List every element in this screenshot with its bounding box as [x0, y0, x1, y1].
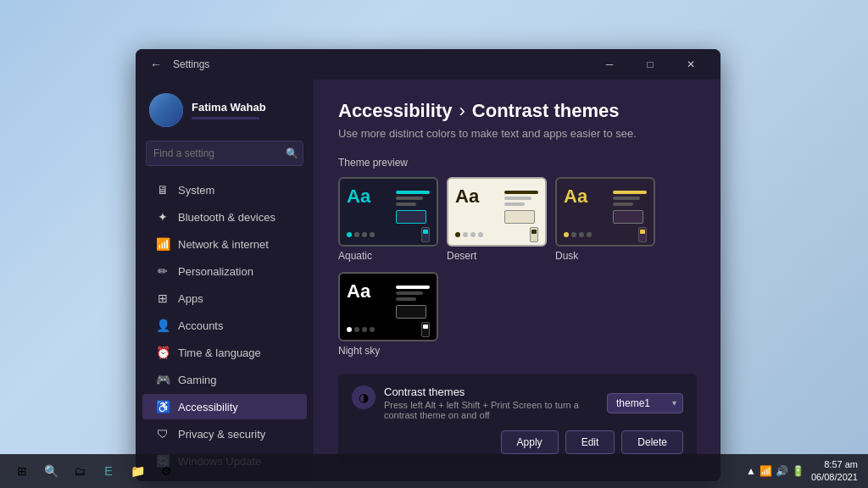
- theme-nightsky-name: Night sky: [338, 345, 380, 357]
- close-button[interactable]: ✕: [671, 49, 710, 80]
- delete-button[interactable]: Delete: [621, 430, 683, 454]
- avatar: [149, 93, 183, 127]
- network-tray-icon: 📶: [760, 465, 772, 477]
- edit-button[interactable]: Edit: [565, 430, 615, 454]
- user-section[interactable]: Fatima Wahab: [136, 86, 314, 141]
- sidebar-item-privacy[interactable]: 🛡 Privacy & security: [142, 421, 307, 446]
- apps-icon: ⊞: [156, 291, 170, 305]
- dusk-aa: Aa: [564, 186, 587, 208]
- theme-aquatic-name: Aquatic: [338, 250, 372, 262]
- search-input[interactable]: [153, 147, 281, 159]
- search-icon: 🔍: [286, 147, 298, 159]
- desktop: ← Settings ─ □ ✕: [0, 0, 868, 488]
- sidebar-item-label: Time & language: [178, 347, 261, 359]
- privacy-icon: 🛡: [156, 427, 170, 441]
- explorer-button[interactable]: 📁: [125, 459, 149, 483]
- breadcrumb: Accessibility › Contrast themes: [338, 100, 697, 122]
- accessibility-icon: ♿: [156, 400, 170, 413]
- contrast-title: Contrast themes: [384, 385, 607, 398]
- user-name: Fatima Wahab: [192, 101, 300, 114]
- sidebar-item-label: Accessibility: [178, 401, 238, 413]
- breadcrumb-separator: ›: [459, 100, 465, 122]
- theme-card-aquatic[interactable]: Aa: [338, 177, 438, 247]
- sidebar-item-network[interactable]: 📶 Network & internet: [142, 231, 307, 257]
- date-display: 06/08/2021: [811, 471, 858, 484]
- search-box[interactable]: 🔍: [146, 141, 303, 166]
- aquatic-aa: Aa: [347, 186, 370, 208]
- personalization-icon: ✏: [156, 264, 170, 278]
- sidebar-item-gaming[interactable]: 🎮 Gaming: [142, 367, 307, 392]
- page-description: Use more distinct colors to make text an…: [338, 127, 697, 140]
- title-bar: ← Settings ─ □ ✕: [136, 49, 721, 80]
- bluetooth-icon: ✦: [156, 210, 170, 224]
- contrast-description: Press left Alt + left Shift + Print Scre…: [384, 400, 607, 420]
- window-title: Settings: [173, 58, 209, 70]
- sidebar-item-label: Gaming: [178, 374, 217, 386]
- time-icon: ⏰: [156, 346, 170, 359]
- system-tray-icons: ▲ 📶 🔊 🔋: [746, 465, 804, 477]
- breadcrumb-parent: Accessibility: [338, 100, 453, 122]
- taskbar: ⊞ 🔍 🗂 E 📁 ⚙ ▲ 📶 🔊 🔋 8:57 am 06/08/2021: [0, 454, 868, 488]
- sidebar: Fatima Wahab 🔍 🖥 System ✦ Bluetooth & de…: [136, 80, 314, 481]
- minimize-button[interactable]: ─: [590, 49, 629, 80]
- sidebar-item-label: Bluetooth & devices: [178, 211, 275, 224]
- contrast-dropdown-wrapper[interactable]: theme1 None Aquatic Desert Dusk Night sk…: [607, 393, 683, 413]
- sidebar-item-label: Accounts: [178, 319, 223, 332]
- search-taskbar-button[interactable]: 🔍: [39, 459, 63, 483]
- settings-window: ← Settings ─ □ ✕: [136, 49, 721, 481]
- start-button[interactable]: ⊞: [10, 459, 34, 483]
- sidebar-item-label: Network & internet: [178, 238, 269, 251]
- theme-card-desert[interactable]: Aa: [447, 177, 547, 247]
- time-display: 8:57 am: [811, 458, 858, 471]
- desert-aa: Aa: [455, 186, 479, 208]
- taskbar-clock[interactable]: 8:57 am 06/08/2021: [811, 458, 858, 485]
- sidebar-item-apps[interactable]: ⊞ Apps: [142, 286, 307, 311]
- network-icon: 📶: [156, 237, 170, 251]
- apply-button[interactable]: Apply: [501, 430, 559, 454]
- breadcrumb-current: Contrast themes: [472, 100, 620, 122]
- settings-taskbar-button[interactable]: ⚙: [154, 459, 178, 483]
- maximize-button[interactable]: □: [631, 49, 670, 80]
- gaming-icon: 🎮: [156, 373, 170, 386]
- user-bar: [192, 117, 259, 119]
- accounts-icon: 👤: [156, 319, 170, 332]
- sidebar-item-time[interactable]: ⏰ Time & language: [142, 340, 307, 365]
- contrast-info: ◑ Contrast themes Press left Alt + left …: [352, 385, 607, 420]
- sidebar-item-label: Privacy & security: [178, 428, 265, 441]
- sidebar-item-accounts[interactable]: 👤 Accounts: [142, 313, 307, 338]
- back-button[interactable]: ←: [146, 54, 166, 75]
- nightsky-aa: Aa: [347, 280, 370, 302]
- contrast-theme-icon: ◑: [352, 385, 376, 409]
- sidebar-item-label: Apps: [178, 292, 203, 305]
- theme-preview-label: Theme preview: [338, 157, 697, 169]
- theme-desert-name: Desert: [447, 250, 476, 262]
- theme-card-nightsky[interactable]: Aa: [338, 272, 438, 341]
- taskbar-right: ▲ 📶 🔊 🔋 8:57 am 06/08/2021: [746, 458, 858, 485]
- settings-body: Fatima Wahab 🔍 🖥 System ✦ Bluetooth & de…: [136, 80, 721, 481]
- taskbar-left: ⊞ 🔍 🗂 E 📁 ⚙: [10, 459, 178, 483]
- volume-icon: 🔊: [776, 465, 788, 477]
- sidebar-item-bluetooth[interactable]: ✦ Bluetooth & devices: [142, 204, 307, 230]
- edge-browser-button[interactable]: E: [97, 459, 120, 483]
- sidebar-item-accessibility[interactable]: ♿ Accessibility: [142, 394, 307, 419]
- theme-row-1: Aa: [338, 177, 697, 272]
- theme-dusk-name: Dusk: [555, 250, 578, 262]
- contrast-dropdown[interactable]: theme1 None Aquatic Desert Dusk Night sk…: [607, 393, 683, 413]
- content-area: Accessibility › Contrast themes Use more…: [314, 80, 721, 481]
- system-icon: 🖥: [156, 183, 170, 197]
- chevron-up-icon[interactable]: ▲: [746, 465, 756, 477]
- theme-row-2: Aa: [338, 272, 697, 367]
- contrast-actions: Apply Edit Delete: [352, 430, 683, 454]
- taskview-button[interactable]: 🗂: [68, 459, 92, 483]
- sidebar-item-system[interactable]: 🖥 System: [142, 177, 307, 202]
- contrast-control-top: ◑ Contrast themes Press left Alt + left …: [352, 385, 683, 420]
- theme-card-dusk[interactable]: Aa: [555, 177, 655, 247]
- battery-icon: 🔋: [792, 465, 804, 477]
- sidebar-item-personalization[interactable]: ✏ Personalization: [142, 258, 307, 284]
- window-controls: ─ □ ✕: [590, 49, 710, 80]
- sidebar-item-label: System: [178, 184, 214, 197]
- sidebar-item-label: Personalization: [178, 265, 253, 278]
- contrast-control: ◑ Contrast themes Press left Alt + left …: [338, 374, 697, 466]
